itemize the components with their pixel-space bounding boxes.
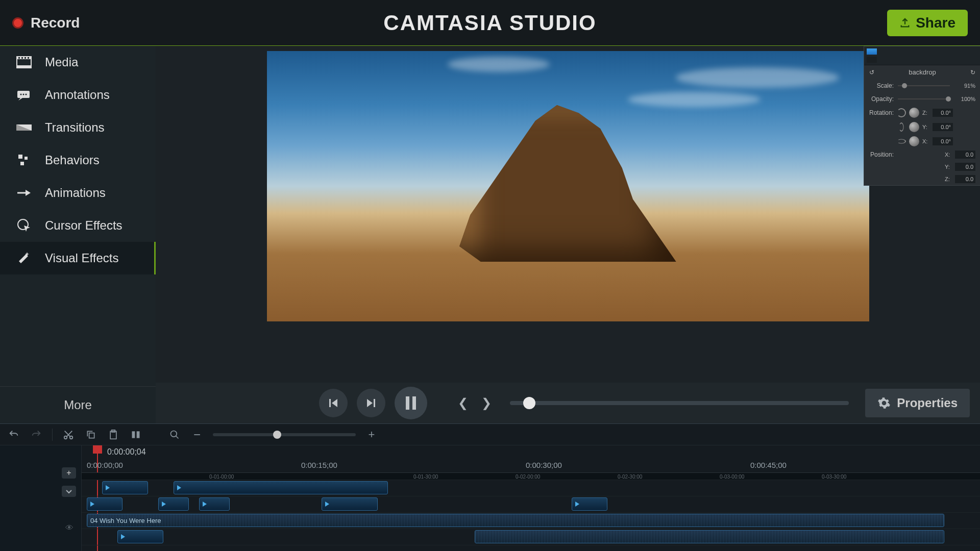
opacity-value[interactable]: 100% — [954, 96, 975, 102]
position-z-row: Z: 0.0 — [864, 173, 980, 185]
sidebar-item-behaviors[interactable]: Behaviors — [0, 144, 156, 177]
next-marker-button[interactable]: ❯ — [479, 396, 494, 410]
svg-rect-26 — [137, 431, 140, 438]
sidebar-item-animations[interactable]: Animations — [0, 177, 156, 209]
swatch-visual-icon[interactable] — [867, 48, 877, 55]
svg-rect-18 — [406, 396, 409, 410]
tracks-area[interactable]: 0:00:00;04 0:00:00;00 0:00:15;00 0:00:30… — [82, 445, 980, 551]
scale-value[interactable]: 91% — [954, 83, 975, 89]
track-row[interactable] — [82, 496, 980, 513]
sidebar-label: Transitions — [45, 120, 104, 135]
add-track-button[interactable]: + — [62, 467, 76, 479]
audio-clip-label: 04 Wish You Were Here — [90, 517, 161, 524]
rotation-ball-icon[interactable] — [909, 136, 919, 146]
pos-z-label: Z: — [945, 176, 952, 182]
timeline-clip[interactable] — [322, 497, 378, 511]
bg-cloud — [676, 67, 839, 88]
sidebar-more[interactable]: More — [0, 386, 156, 423]
zoom-search-icon — [168, 428, 181, 441]
seek-slider[interactable] — [510, 401, 849, 405]
sidebar-label: Annotations — [45, 88, 110, 102]
track-row-audio[interactable]: 04 Wish You Were Here — [82, 513, 980, 529]
svg-rect-5 — [24, 57, 26, 59]
svg-rect-6 — [28, 57, 29, 59]
record-label: Record — [31, 15, 80, 31]
more-label: More — [64, 398, 92, 412]
axis-y-label: Y: — [922, 124, 929, 130]
svg-rect-3 — [18, 57, 20, 59]
rotate-left-icon[interactable]: ↺ — [869, 69, 874, 76]
bg-cloud — [448, 57, 550, 72]
preview-canvas[interactable] — [267, 51, 869, 321]
zoom-thumb[interactable] — [273, 431, 281, 439]
track-visibility-icon[interactable]: 👁 — [63, 521, 76, 535]
sidebar-item-media[interactable]: Media — [0, 46, 156, 79]
axis-z-value[interactable]: 0.0° — [933, 109, 953, 117]
rotate-icon[interactable] — [897, 139, 906, 144]
split-button[interactable] — [129, 428, 142, 441]
step-forward-button[interactable] — [357, 389, 385, 417]
axis-x-value[interactable]: 0.0° — [933, 137, 953, 145]
ruler-mark: 0:00:00;00 — [87, 461, 123, 469]
timeline-clip[interactable] — [102, 481, 148, 494]
pos-z-value[interactable]: 0.0 — [955, 175, 975, 183]
step-back-button[interactable] — [319, 389, 348, 417]
scale-slider[interactable] — [898, 85, 950, 86]
rotation-ball-icon[interactable] — [909, 122, 919, 132]
track-headers: + 👁 — [0, 445, 82, 551]
zoom-slider[interactable] — [213, 433, 356, 436]
behaviors-icon — [15, 153, 33, 167]
axis-y-value[interactable]: 0.0° — [933, 123, 953, 131]
rotation-ball-icon[interactable] — [909, 108, 919, 118]
timeline-clip[interactable] — [158, 497, 189, 511]
timeline-clip[interactable] — [199, 497, 230, 511]
share-label: Share — [916, 15, 955, 31]
pause-button[interactable] — [395, 387, 427, 419]
annotations-icon — [15, 88, 33, 102]
undo-button[interactable] — [7, 428, 20, 441]
copy-button[interactable] — [84, 428, 97, 441]
middle-section: Media Annotations Transitions Behaviors … — [0, 46, 980, 423]
sidebar-label: Cursor Effects — [45, 218, 122, 233]
timeline-audio-clip[interactable]: 04 Wish You Were Here — [87, 514, 944, 527]
swatch-audio-icon[interactable] — [867, 57, 877, 63]
seek-thumb[interactable] — [523, 397, 535, 409]
zoom-out-button[interactable]: − — [190, 428, 204, 441]
timeline-audio-clip[interactable] — [475, 530, 944, 543]
pos-x-value[interactable]: 0.0 — [955, 151, 975, 159]
track-row[interactable] — [82, 529, 980, 545]
prev-marker-button[interactable]: ❮ — [456, 396, 470, 410]
sidebar-item-annotations[interactable]: Annotations — [0, 79, 156, 111]
svg-rect-16 — [329, 399, 331, 407]
rotate-icon[interactable] — [897, 108, 906, 117]
track-options-button[interactable] — [62, 486, 76, 497]
track-row[interactable] — [82, 480, 980, 496]
sidebar-item-transitions[interactable]: Transitions — [0, 111, 156, 144]
svg-point-10 — [26, 94, 27, 95]
panel-mode-swatches[interactable] — [864, 46, 879, 65]
zoom-in-button[interactable]: + — [365, 428, 378, 441]
record-button[interactable]: Record — [12, 15, 80, 31]
properties-button[interactable]: Properties — [865, 389, 970, 417]
sidebar-item-visual-effects[interactable]: Visual Effects — [0, 242, 156, 274]
paste-button[interactable] — [107, 428, 120, 441]
share-button[interactable]: Share — [887, 10, 968, 36]
media-icon — [15, 55, 33, 69]
rotate-right-icon[interactable]: ↻ — [970, 69, 975, 76]
timeline-body: + 👁 0:00:00;04 0:00:00;00 0:00:15;00 0:0… — [0, 445, 980, 551]
timeline-clip[interactable] — [117, 530, 163, 543]
timeline-clip[interactable] — [87, 497, 122, 511]
redo-button[interactable] — [30, 428, 43, 441]
cut-button[interactable] — [62, 428, 75, 441]
opacity-row: Opacity: 100% — [864, 92, 980, 106]
timeline-clip[interactable] — [572, 497, 607, 511]
svg-rect-13 — [24, 157, 28, 160]
opacity-slider[interactable] — [898, 98, 950, 99]
sidebar-item-cursor-effects[interactable]: Cursor Effects — [0, 209, 156, 242]
timeline-clip[interactable] — [174, 481, 388, 494]
transitions-icon — [15, 120, 33, 135]
pos-y-value[interactable]: 0.0 — [955, 163, 975, 171]
track-row[interactable]: 0-01-00:00 0-01-30:00 0-02-00:00 0-02-30… — [82, 473, 980, 480]
rotate-icon[interactable] — [899, 122, 904, 132]
time-ruler[interactable]: 0:00:00;00 0:00:15;00 0:00:30;00 0:00:45… — [82, 459, 980, 473]
